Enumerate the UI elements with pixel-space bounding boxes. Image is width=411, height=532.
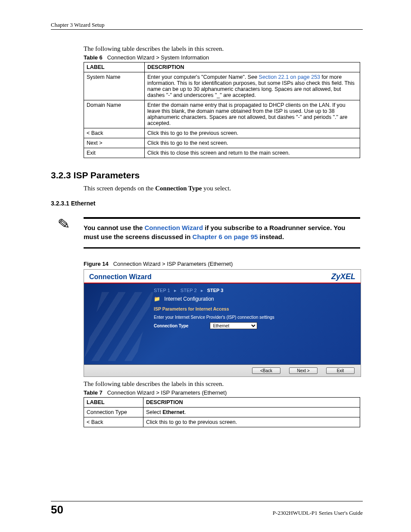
table6-r2-desc: Enter the domain name entry that is prop… (145, 100, 360, 128)
table6-caption-text: Connection Wizard > System Information (107, 54, 209, 61)
folder-icon: 📁 (154, 296, 160, 302)
note-bar-bottom (84, 247, 360, 249)
wizard-message: Enter your Internet Service Provider's (… (154, 315, 353, 320)
text-fragment: . (184, 409, 186, 415)
intro-paragraph-2: The following table describes the labels… (84, 380, 363, 388)
table6: LABEL DESCRIPTION System Name Enter your… (84, 62, 360, 158)
table7-caption-text: Connection Wizard > ISP Parameters (Ethe… (107, 389, 227, 396)
text-fragment: Enter your computer's "Computer Name". S… (147, 74, 259, 80)
crossref-link[interactable]: Connection Wizard (144, 224, 203, 231)
text-bold: Connection Type (155, 185, 202, 192)
text-bold: Ethernet (162, 409, 184, 415)
section-heading-3-2-3: 3.2.3 ISP Parameters (51, 170, 363, 180)
wizard-step3-active: STEP 3 (207, 288, 224, 293)
section-para: This screen depends on the Connection Ty… (84, 185, 363, 192)
figure14-caption-text: Connection Wizard > ISP Parameters (Ethe… (113, 261, 233, 267)
table-row: Domain Name Enter the domain name entry … (84, 100, 360, 128)
page-number: 50 (51, 503, 63, 516)
wizard-step1[interactable]: STEP 1 (154, 288, 170, 293)
crossref-link[interactable]: Chapter 6 on page 95 (193, 233, 258, 240)
table7-h1: LABEL (84, 398, 143, 408)
table7-caption-bold: Table 7 (84, 389, 103, 396)
exit-button[interactable]: Exit (326, 367, 355, 374)
note-bar-top (84, 217, 360, 219)
table6-h2: DESCRIPTION (145, 62, 360, 72)
table7: LABEL DESCRIPTION Connection Type Select… (84, 397, 360, 427)
wizard-section-header-text: Internet Configuration (164, 296, 214, 302)
table6-r4-label: Next > (84, 138, 145, 148)
table6-r1-desc: Enter your computer's "Computer Name". S… (145, 72, 360, 100)
page-footer: 50 P-2302HWUDL-P1 Series User's Guide (51, 501, 363, 516)
table6-h1: LABEL (84, 62, 145, 72)
wizard-steps: STEP 1 ▸ STEP 2 ▸ STEP 3 (154, 288, 353, 293)
crossref-link[interactable]: Section 22.1 on page 253 (259, 74, 320, 80)
table-row: Next > Click this to go to the next scre… (84, 138, 360, 148)
wizard-footer: <Back Next > Exit (84, 364, 361, 376)
table7-r2-desc: Click this to go to the previous screen. (143, 417, 360, 427)
table-row: < Back Click this to go to the previous … (84, 128, 360, 138)
table6-r2-label: Domain Name (84, 100, 145, 128)
table6-r1-label: System Name (84, 72, 145, 100)
table6-r4-desc: Click this to go to the next screen. (145, 138, 360, 148)
wizard-body: STEP 1 ▸ STEP 2 ▸ STEP 3 📁 Internet Conf… (84, 283, 361, 364)
table7-r2-label: < Back (84, 417, 143, 427)
wizard-section-header: 📁 Internet Configuration (154, 296, 353, 302)
table7-caption: Table 7 Connection Wizard > ISP Paramete… (84, 389, 363, 396)
table7-r1-desc: Select Ethernet. (143, 408, 360, 417)
text-fragment: you select. (202, 185, 231, 192)
wizard-sub-header: ISP Parameters for Internet Access (154, 306, 353, 311)
text-fragment: Select (146, 409, 162, 415)
text-fragment: This screen depends on the (84, 185, 155, 192)
wizard-step2[interactable]: STEP 2 (181, 288, 197, 293)
figure14-caption: Figure 14 Connection Wizard > ISP Parame… (84, 261, 363, 267)
header-rule (51, 29, 363, 30)
subsection-heading-3-2-3-1: 3.2.3.1 Ethernet (51, 200, 363, 207)
wizard-brand-logo: ZyXEL (331, 272, 355, 281)
table7-r1-label: Connection Type (84, 408, 143, 417)
table-row: Exit Click this to close this screen and… (84, 148, 360, 158)
wizard-header: Connection Wizard ZyXEL (84, 270, 361, 283)
chevron-right-icon: ▸ (201, 288, 203, 293)
back-button[interactable]: <Back (252, 367, 280, 374)
table6-caption-bold: Table 6 (84, 54, 103, 61)
wizard-screenshot: Connection Wizard ZyXEL STEP 1 ▸ STEP 2 … (84, 269, 361, 377)
note-block: ✎ You cannot use the Connection Wizard i… (84, 217, 360, 249)
figure14-caption-bold: Figure 14 (84, 261, 109, 267)
connection-type-select[interactable]: Ethernet (210, 322, 257, 329)
chevron-right-icon: ▸ (174, 288, 177, 293)
table6-r3-desc: Click this to go to the previous screen. (145, 128, 360, 138)
table6-r5-desc: Click this to close this screen and retu… (145, 148, 360, 158)
intro-paragraph-1: The following table describes the labels… (84, 45, 363, 53)
table6-caption: Table 6 Connection Wizard > System Infor… (84, 54, 363, 61)
note-text: You cannot use the Connection Wizard if … (84, 223, 360, 241)
table-row: System Name Enter your computer's "Compu… (84, 72, 360, 100)
text-fragment: You cannot use the (84, 224, 144, 231)
next-button[interactable]: Next > (289, 367, 318, 374)
connection-type-label: Connection Type (154, 324, 188, 328)
text-fragment: instead. (258, 233, 284, 240)
guide-title: P-2302HWUDL-P1 Series User's Guide (273, 510, 363, 516)
table-row: Connection Type Select Ethernet. (84, 408, 360, 417)
table6-r3-label: < Back (84, 128, 145, 138)
note-icon: ✎ (57, 215, 70, 233)
wizard-title: Connection Wizard (89, 273, 152, 281)
running-header: Chapter 3 Wizard Setup (51, 22, 363, 28)
table6-r5-label: Exit (84, 148, 145, 158)
table-row: < Back Click this to go to the previous … (84, 417, 360, 427)
table7-h2: DESCRIPTION (143, 398, 360, 408)
